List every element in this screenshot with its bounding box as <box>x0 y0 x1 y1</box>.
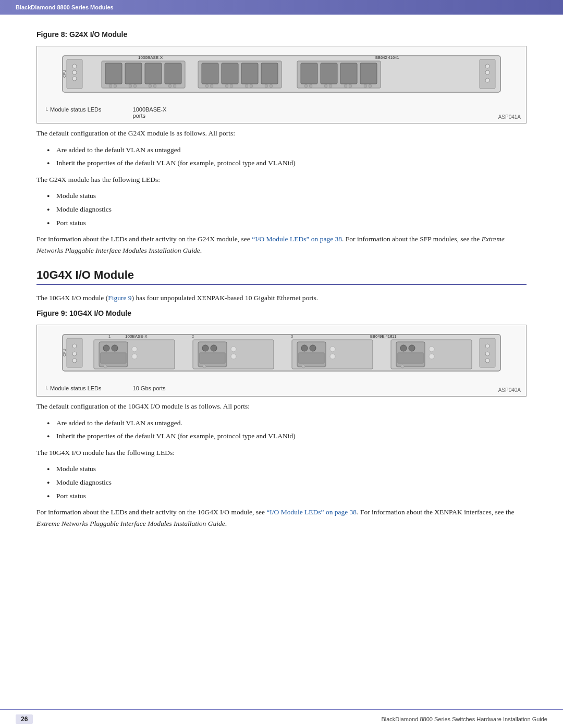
svg-point-95 <box>485 344 489 348</box>
10g4x-led-intro: The 10G4X I/O module has the following L… <box>36 447 527 459</box>
svg-text:CPU: CPU <box>63 349 66 356</box>
svg-point-76 <box>231 354 236 359</box>
svg-point-45 <box>369 84 372 88</box>
svg-rect-34 <box>301 63 317 84</box>
svg-point-44 <box>364 84 367 88</box>
svg-text:2: 2 <box>192 334 194 339</box>
svg-point-75 <box>231 347 236 352</box>
svg-point-80 <box>301 345 308 351</box>
caption-ports: 1000BASE-X ports <box>133 106 167 119</box>
bullet-item: Module diagnostics <box>47 204 527 215</box>
bullet-item: Port status <box>47 490 527 502</box>
svg-text:CPU: CPU <box>63 70 66 78</box>
svg-point-83 <box>330 347 335 352</box>
svg-point-97 <box>485 359 489 363</box>
svg-text:1000BASE-X: 1000BASE-X <box>138 55 163 60</box>
svg-point-39 <box>309 84 312 88</box>
intro-after-link: ) has four unpopulated XENPAK-based 10 G… <box>132 294 319 302</box>
bullet-item: Inherit the properties of the default VL… <box>47 430 527 442</box>
g24x-info-after: . For information about the SFP modules,… <box>342 235 482 243</box>
svg-rect-36 <box>340 63 357 84</box>
10g4x-bullets1: Are added to the default VLAN as untagge… <box>47 417 527 442</box>
svg-point-31 <box>270 84 273 88</box>
bullet-item: Inherit the properties of the default VL… <box>47 157 527 169</box>
figure8-heading: Figure 8: G24X I/O Module <box>36 30 527 39</box>
svg-point-40 <box>324 84 327 88</box>
svg-point-15 <box>149 84 152 88</box>
svg-point-53 <box>72 344 77 348</box>
svg-point-12 <box>114 84 117 88</box>
ports-label: 1000BASE-X ports <box>133 106 167 119</box>
svg-point-4 <box>72 77 77 81</box>
ports-label-9: 10 Gbs ports <box>133 385 166 391</box>
g24x-period: . <box>200 246 202 254</box>
svg-point-38 <box>304 84 308 88</box>
svg-text:BB649E  41611: BB649E 41611 <box>370 334 396 339</box>
figure8-container: 1000BASE-X <box>36 46 527 124</box>
module-status-label: Module status LEDs <box>50 106 101 113</box>
svg-point-68 <box>132 354 137 359</box>
bullet-item: Module status <box>47 463 527 475</box>
svg-point-29 <box>250 84 253 88</box>
10g4x-italic: Extreme Networks Pluggable Interface Mod… <box>36 520 225 527</box>
figure9-link[interactable]: Figure 9 <box>108 294 131 302</box>
svg-rect-90 <box>398 353 423 363</box>
svg-rect-7 <box>105 63 122 84</box>
svg-point-27 <box>230 84 233 88</box>
figure9-heading: Figure 9: 10G4X I/O Module <box>36 309 527 317</box>
svg-point-84 <box>330 354 335 359</box>
g24x-link1[interactable]: “I/O Module LEDs” on page 38 <box>252 235 342 243</box>
10g4x-bullets2: Module status Module diagnostics Port st… <box>47 463 527 501</box>
10g4x-link1[interactable]: “I/O Module LEDs” on page 38 <box>266 508 357 516</box>
svg-point-85 <box>302 365 305 368</box>
svg-point-64 <box>103 345 109 351</box>
svg-point-17 <box>168 84 172 88</box>
svg-point-24 <box>205 84 209 88</box>
svg-point-49 <box>485 78 489 82</box>
10g4x-period: . <box>225 520 227 527</box>
content-area: Figure 8: G24X I/O Module 1000BASE-X <box>0 15 563 560</box>
g24x-bullets2: Module status Module diagnostics Port st… <box>47 190 527 228</box>
svg-point-43 <box>349 84 352 88</box>
figure9-box: 100BASE-X 1 2 3 4 BB649E 41611 <box>36 325 527 397</box>
svg-point-18 <box>173 84 176 88</box>
header-bar: BlackDiamond 8800 Series Modules <box>0 0 563 15</box>
arrow-icon: └ <box>44 107 48 113</box>
svg-rect-23 <box>261 63 278 84</box>
module-status-label-9: Module status LEDs <box>50 385 101 391</box>
svg-point-2 <box>72 64 77 68</box>
10g4x-info-text: For information about the LEDs and their… <box>36 508 266 516</box>
svg-point-48 <box>485 70 489 75</box>
svg-rect-21 <box>222 63 238 84</box>
g24x-led-intro: The G24X module has the following LEDs: <box>36 174 527 186</box>
figure8-caption: └ Module status LEDs 1000BASE-X ports <box>44 106 519 119</box>
svg-rect-10 <box>165 63 181 84</box>
page-footer: 26 BlackDiamond 8800 Series Switches Har… <box>0 709 563 728</box>
bullet-item: Are added to the default VLAN as untagge… <box>47 417 527 429</box>
svg-point-77 <box>203 365 206 368</box>
svg-point-91 <box>429 347 434 352</box>
svg-rect-9 <box>145 63 162 84</box>
g24x-info: For information about the LEDs and their… <box>36 233 527 256</box>
svg-point-30 <box>265 84 268 88</box>
svg-rect-8 <box>125 63 142 84</box>
svg-point-28 <box>245 84 248 88</box>
svg-point-11 <box>109 84 112 88</box>
svg-point-55 <box>72 359 77 363</box>
svg-point-69 <box>104 365 107 368</box>
figure8-box: 1000BASE-X <box>36 46 527 124</box>
svg-text:BB642  41641: BB642 41641 <box>375 55 399 60</box>
svg-text:1: 1 <box>108 334 111 339</box>
svg-rect-66 <box>101 353 126 363</box>
arrow-icon: └ <box>44 386 48 392</box>
svg-point-93 <box>401 365 404 368</box>
svg-rect-35 <box>321 63 337 84</box>
figure9-svg: 100BASE-X 1 2 3 4 BB649E 41611 <box>44 330 519 380</box>
bullet-item: Module status <box>47 190 527 202</box>
section-10g4x-heading: 10G4X I/O Module <box>36 268 527 285</box>
footer-page-number: 26 <box>16 714 33 724</box>
10g4x-info: For information about the LEDs and their… <box>36 507 527 529</box>
svg-point-16 <box>153 84 156 88</box>
svg-rect-22 <box>241 63 258 84</box>
svg-point-65 <box>112 345 118 351</box>
